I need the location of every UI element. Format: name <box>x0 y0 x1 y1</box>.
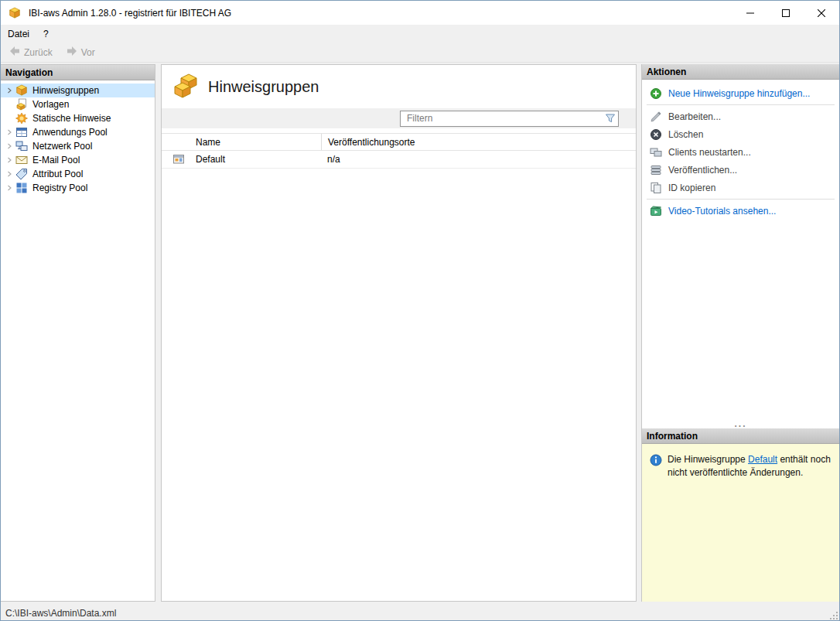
application-pool-icon <box>15 126 29 138</box>
nav-item-registry-pool[interactable]: Registry Pool <box>1 181 155 195</box>
back-button-label: Zurück <box>24 47 53 58</box>
chevron-right-icon[interactable] <box>4 143 15 149</box>
information-body: Die Hinweisgruppe Default enthält noch n… <box>642 444 839 602</box>
registry-pool-icon <box>15 182 29 194</box>
nav-item-statische-hinweise[interactable]: Statische Hinweise <box>1 111 155 125</box>
back-arrow-icon <box>9 45 21 60</box>
data-file-path: C:\IBI-aws\Admin\Data.xml <box>5 608 116 619</box>
action-video-tutorials[interactable]: Video-Tutorials ansehen... <box>642 202 839 220</box>
nav-item-anwendungs-pool[interactable]: Anwendungs Pool <box>1 125 155 139</box>
chevron-right-icon[interactable] <box>4 129 15 135</box>
navigation-header: Navigation <box>1 65 155 80</box>
table-header-row: Name Veröffentlichungsorte <box>162 133 636 151</box>
action-copy-id[interactable]: ID kopieren <box>642 179 839 196</box>
nav-item-hinweisgruppen[interactable]: Hinweisgruppen <box>1 84 155 97</box>
static-hint-icon <box>15 112 29 125</box>
email-pool-icon <box>15 154 29 166</box>
chevron-right-icon[interactable] <box>4 185 15 191</box>
restart-clients-icon <box>650 146 662 159</box>
action-delete[interactable]: Löschen <box>642 125 839 143</box>
actions-header: Aktionen <box>642 64 839 80</box>
window-controls <box>732 1 839 25</box>
action-label: Löschen <box>668 129 703 140</box>
action-label: Clients neustarten... <box>668 147 751 158</box>
navigation-tree: Hinweisgruppen Vorlagen Statische Hinwei… <box>1 80 155 195</box>
column-header-name[interactable]: Name <box>188 137 321 148</box>
minimize-button[interactable] <box>732 1 768 25</box>
actions-separator <box>647 104 835 105</box>
nav-item-label: Statische Hinweise <box>32 113 111 124</box>
nav-item-label: Anwendungs Pool <box>32 127 108 138</box>
nav-item-email-pool[interactable]: E-Mail Pool <box>1 153 155 167</box>
navigation-panel: Navigation Hinweisgruppen Vorlagen Stati… <box>1 64 155 602</box>
information-message: Die Hinweisgruppe Default enthält noch n… <box>668 453 833 480</box>
nav-item-label: E-Mail Pool <box>32 155 80 165</box>
nav-item-label: Vorlagen <box>32 99 69 110</box>
menu-help[interactable]: ? <box>36 25 56 43</box>
nav-item-label: Registry Pool <box>32 183 87 193</box>
hint-group-icon <box>15 84 29 97</box>
maximize-icon <box>782 9 790 17</box>
delete-icon <box>650 128 662 141</box>
video-icon <box>650 205 662 217</box>
nav-item-label: Hinweisgruppen <box>32 85 99 96</box>
title-bar: IBI-aws Admin 1.28.0 - registriert für I… <box>1 1 839 25</box>
actions-separator <box>647 199 835 200</box>
action-restart-clients[interactable]: Clients neustarten... <box>642 143 839 161</box>
forward-arrow-icon <box>66 45 78 60</box>
action-edit[interactable]: Bearbeiten... <box>642 107 839 125</box>
info-icon <box>650 454 662 469</box>
content-header: Hinweisgruppen <box>162 65 636 108</box>
filter-box <box>400 111 619 127</box>
maximize-button[interactable] <box>768 1 804 25</box>
chevron-right-icon[interactable] <box>4 171 15 177</box>
network-pool-icon <box>15 140 29 152</box>
chevron-right-icon[interactable] <box>4 87 15 94</box>
main-area: Navigation Hinweisgruppen Vorlagen Stati… <box>1 63 839 606</box>
action-label: Bearbeiten... <box>668 111 721 122</box>
nav-item-vorlagen[interactable]: Vorlagen <box>1 97 155 111</box>
information-section: Information Die Hinweisgruppe Default en… <box>642 428 839 602</box>
chevron-right-icon[interactable] <box>4 157 15 163</box>
window-title: IBI-aws Admin 1.28.0 - registriert für I… <box>29 8 231 19</box>
resize-grip-icon[interactable] <box>828 610 838 620</box>
action-add-hint-group[interactable]: Neue Hinweisgruppe hinzufügen... <box>642 84 839 102</box>
panel-splitter[interactable]: ... <box>642 419 839 428</box>
minimize-icon <box>746 9 754 17</box>
forward-button-label: Vor <box>81 47 95 58</box>
nav-item-attribut-pool[interactable]: Attribut Pool <box>1 167 155 181</box>
hint-groups-table: Name Veröffentlichungsorte Default n/a <box>162 133 636 169</box>
copy-id-icon <box>650 182 662 194</box>
menu-bar: Datei ? <box>1 25 839 43</box>
action-label: Veröffentlichen... <box>668 165 737 176</box>
filter-bar <box>162 108 636 128</box>
forward-button[interactable]: Vor <box>60 44 101 61</box>
column-header-publish-locations[interactable]: Veröffentlichungsorte <box>321 134 636 150</box>
action-label: Video-Tutorials ansehen... <box>668 206 776 217</box>
info-text-before: Die Hinweisgruppe <box>668 454 748 465</box>
hint-group-link[interactable]: Default <box>748 454 777 465</box>
action-publish[interactable]: Veröffentlichen... <box>642 161 839 179</box>
app-window: IBI-aws Admin 1.28.0 - registriert für I… <box>0 0 840 621</box>
right-panel: Aktionen Neue Hinweisgruppe hinzufügen..… <box>641 64 839 602</box>
status-bar: C:\IBI-aws\Admin\Data.xml <box>1 606 839 620</box>
action-label: Neue Hinweisgruppe hinzufügen... <box>668 88 810 99</box>
filter-icon[interactable] <box>603 113 618 124</box>
nav-item-label: Netzwerk Pool <box>32 141 92 152</box>
menu-datei[interactable]: Datei <box>1 25 36 43</box>
action-label: ID kopieren <box>668 183 715 193</box>
actions-section: Aktionen Neue Hinweisgruppe hinzufügen..… <box>642 64 839 428</box>
close-button[interactable] <box>804 1 839 25</box>
actions-list: Neue Hinweisgruppe hinzufügen... Bearbei… <box>642 80 839 428</box>
attribute-pool-icon <box>15 168 29 180</box>
back-button[interactable]: Zurück <box>3 44 58 61</box>
template-icon <box>15 98 29 111</box>
filter-input[interactable] <box>401 111 603 126</box>
toolbar: Zurück Vor <box>1 43 839 63</box>
add-icon <box>650 87 662 100</box>
row-publish-locations: n/a <box>321 154 636 165</box>
nav-item-netzwerk-pool[interactable]: Netzwerk Pool <box>1 139 155 153</box>
app-icon <box>9 6 22 20</box>
close-icon <box>818 9 825 17</box>
table-row[interactable]: Default n/a <box>162 151 636 169</box>
